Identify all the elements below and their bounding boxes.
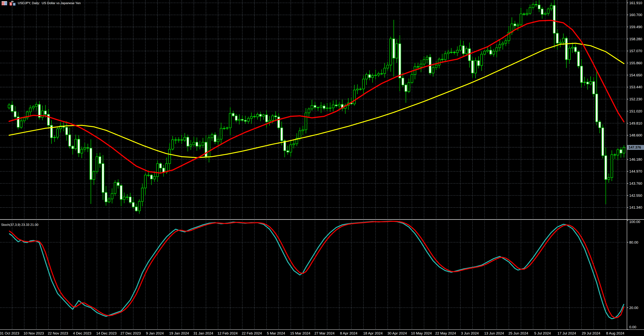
svg-text:142.550: 142.550 bbox=[629, 193, 642, 197]
svg-text:149.810: 149.810 bbox=[629, 121, 642, 125]
svg-text:31 Jan 2024: 31 Jan 2024 bbox=[194, 331, 213, 335]
svg-text:100.00: 100.00 bbox=[629, 220, 640, 224]
svg-text:159.490: 159.490 bbox=[629, 25, 642, 29]
chart-title: USDJPY, Daily: US Dollar vs Japanese Yen bbox=[18, 1, 81, 5]
svg-text:154.650: 154.650 bbox=[629, 73, 642, 77]
svg-text:153.440: 153.440 bbox=[629, 85, 642, 89]
svg-text:3 Jun 2024: 3 Jun 2024 bbox=[461, 331, 479, 335]
chart-bars-icon bbox=[10, 1, 16, 6]
svg-text:12 Feb 2024: 12 Feb 2024 bbox=[218, 331, 238, 335]
svg-text:161.910: 161.910 bbox=[629, 1, 642, 5]
svg-text:27 Mar 2024: 27 Mar 2024 bbox=[314, 331, 335, 335]
stoch-indicator-label: Stoch(37,3,9) 23.33 21.00 bbox=[1, 223, 38, 227]
chart-list-icon bbox=[2, 1, 7, 5]
svg-text:30 Apr 2024: 30 Apr 2024 bbox=[388, 331, 407, 335]
svg-text:158.280: 158.280 bbox=[629, 37, 642, 41]
chart-titlebar: USDJPY, Daily: US Dollar vs Japanese Yen bbox=[2, 1, 81, 6]
svg-text:148.600: 148.600 bbox=[629, 133, 642, 137]
svg-text:4 Dec 2023: 4 Dec 2023 bbox=[73, 331, 91, 335]
svg-text:152.230: 152.230 bbox=[629, 97, 642, 101]
svg-text:8 Apr 2024: 8 Apr 2024 bbox=[340, 331, 358, 335]
svg-text:13 Jun 2024: 13 Jun 2024 bbox=[484, 331, 504, 335]
svg-text:5 Jul 2024: 5 Jul 2024 bbox=[534, 331, 551, 335]
svg-text:18 Apr 2024: 18 Apr 2024 bbox=[363, 331, 383, 335]
svg-text:143.760: 143.760 bbox=[629, 181, 642, 185]
svg-text:31 Oct 2023: 31 Oct 2023 bbox=[0, 331, 19, 335]
svg-text:22 Feb 2024: 22 Feb 2024 bbox=[242, 331, 262, 335]
svg-text:27 Dec 2023: 27 Dec 2023 bbox=[120, 331, 141, 335]
svg-text:146.180: 146.180 bbox=[629, 158, 642, 162]
current-price-tag: 147.376 bbox=[627, 145, 644, 150]
svg-text:29 Jul 2024: 29 Jul 2024 bbox=[582, 331, 600, 335]
svg-text:15 Mar 2024: 15 Mar 2024 bbox=[290, 331, 310, 335]
svg-text:8 Aug 2024: 8 Aug 2024 bbox=[606, 331, 624, 335]
svg-text:10 Nov 2023: 10 Nov 2023 bbox=[24, 331, 44, 335]
svg-text:160.700: 160.700 bbox=[629, 13, 642, 17]
mt4-chart-window: 161.910160.700159.490158.280157.070155.8… bbox=[0, 0, 644, 336]
svg-text:19 Jan 2024: 19 Jan 2024 bbox=[169, 331, 189, 335]
svg-text:144.970: 144.970 bbox=[629, 169, 642, 173]
svg-text:9 Jan 2024: 9 Jan 2024 bbox=[146, 331, 164, 335]
svg-text:22 Nov 2023: 22 Nov 2023 bbox=[48, 331, 68, 335]
svg-text:151.020: 151.020 bbox=[629, 109, 642, 113]
svg-text:10 May 2024: 10 May 2024 bbox=[411, 331, 432, 335]
svg-text:17 Jul 2024: 17 Jul 2024 bbox=[558, 331, 576, 335]
svg-text:80.00: 80.00 bbox=[629, 240, 638, 244]
svg-text:14 Dec 2023: 14 Dec 2023 bbox=[96, 331, 116, 335]
svg-text:141.340: 141.340 bbox=[629, 205, 642, 209]
svg-text:5 Mar 2024: 5 Mar 2024 bbox=[267, 331, 285, 335]
svg-text:155.860: 155.860 bbox=[629, 61, 642, 65]
svg-text:20.00: 20.00 bbox=[629, 306, 638, 310]
svg-text:0.00: 0.00 bbox=[629, 325, 636, 329]
svg-text:25 Jun 2024: 25 Jun 2024 bbox=[508, 331, 528, 335]
svg-text:22 May 2024: 22 May 2024 bbox=[435, 331, 456, 335]
svg-text:157.070: 157.070 bbox=[629, 49, 642, 53]
